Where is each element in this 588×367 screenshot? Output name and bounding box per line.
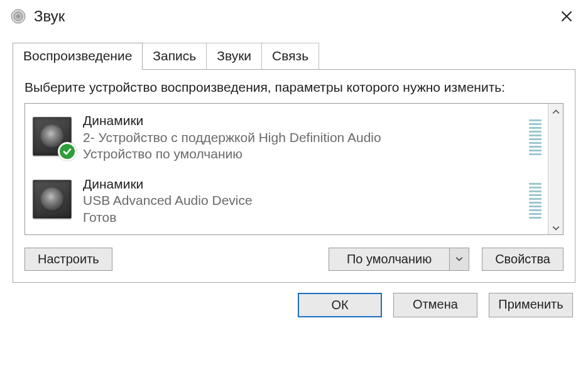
chevron-down-icon[interactable] (450, 248, 469, 270)
panel-button-row: Настроить По умолчанию Свойства (24, 248, 564, 271)
scroll-up-icon[interactable] (548, 106, 563, 116)
configure-button[interactable]: Настроить (24, 248, 112, 271)
svg-point-2 (16, 14, 20, 18)
properties-button[interactable]: Свойства (482, 248, 564, 271)
device-text: Динамики USB Advanced Audio Device Готов (83, 176, 521, 226)
set-default-button[interactable]: По умолчанию (329, 248, 469, 271)
tab-playback[interactable]: Воспроизведение (13, 43, 143, 70)
tab-recording[interactable]: Запись (142, 43, 207, 69)
close-button[interactable] (553, 5, 580, 28)
device-list-container: Динамики 2- Устройство с поддержкой High… (24, 103, 564, 235)
set-default-label: По умолчанию (329, 248, 450, 270)
level-meter (529, 118, 542, 158)
device-list: Динамики 2- Устройство с поддержкой High… (25, 104, 548, 234)
cancel-button[interactable]: Отмена (393, 293, 477, 317)
apply-button[interactable]: Применить (489, 293, 573, 317)
tab-container: Воспроизведение Запись Звуки Связь Выбер… (13, 43, 575, 283)
level-meter (529, 180, 542, 221)
instruction-text: Выберите устройство воспроизведения, пар… (24, 79, 564, 96)
dialog-button-row: ОК Отмена Применить (0, 283, 588, 329)
titlebar: Звук (0, 0, 588, 31)
sound-app-icon (10, 8, 26, 25)
device-name: Динамики (83, 176, 521, 192)
device-description: USB Advanced Audio Device (83, 192, 521, 209)
device-status: Устройство по умолчанию (83, 146, 521, 162)
scroll-down-icon[interactable] (548, 222, 563, 232)
speaker-icon (33, 180, 74, 221)
device-description: 2- Устройство с поддержкой High Definiti… (83, 129, 521, 146)
device-row[interactable]: Динамики USB Advanced Audio Device Готов (30, 172, 548, 229)
tab-communications[interactable]: Связь (261, 43, 319, 69)
speaker-icon (33, 117, 74, 158)
device-status: Готов (83, 209, 521, 226)
ok-button[interactable]: ОК (298, 293, 382, 317)
window-title: Звук (34, 8, 553, 25)
device-name: Динамики (83, 112, 521, 129)
sound-dialog: Звук Воспроизведение Запись Звуки Связь … (0, 0, 588, 367)
scrollbar[interactable] (548, 104, 563, 234)
default-check-icon (58, 142, 77, 161)
tab-sounds[interactable]: Звуки (206, 43, 262, 69)
device-row[interactable]: Динамики 2- Устройство с поддержкой High… (30, 109, 548, 166)
device-text: Динамики 2- Устройство с поддержкой High… (83, 112, 521, 162)
tab-panel-playback: Выберите устройство воспроизведения, пар… (13, 69, 575, 283)
tab-strip: Воспроизведение Запись Звуки Связь (13, 43, 575, 69)
